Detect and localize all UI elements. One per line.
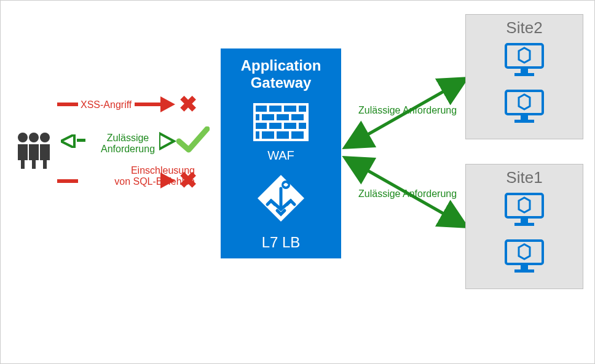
svg-rect-36: [514, 73, 534, 76]
svg-marker-4: [61, 134, 74, 148]
svg-point-0: [18, 133, 28, 142]
site1-title: Site1: [466, 168, 583, 187]
svg-rect-39: [514, 120, 534, 123]
svg-rect-35: [521, 69, 528, 73]
valid-response-label-line1: Zulässige: [107, 133, 149, 143]
valid-request-top-label: Zulässige Anforderung: [358, 105, 457, 116]
svg-marker-6: [160, 172, 175, 188]
gateway-title-line1: Application: [241, 57, 321, 74]
svg-rect-42: [514, 223, 534, 226]
diagram-canvas: XSS-Angriff ✖ Zulässige Anforderung Eins…: [0, 0, 595, 364]
svg-rect-44: [521, 265, 528, 269]
site2-panel: Site2: [465, 14, 583, 139]
svg-point-1: [29, 133, 39, 142]
xss-block-icon: ✖: [179, 91, 197, 117]
checkmark-icon: [176, 126, 210, 153]
vm-monitor-icon: [504, 192, 545, 228]
valid-response-arrowhead-icon: [61, 134, 77, 148]
sql-block-icon: ✖: [179, 168, 197, 193]
users-icon: [12, 131, 56, 171]
waf-label: WAF: [221, 149, 341, 163]
xss-arrowhead-icon: [160, 96, 179, 112]
firewall-icon: [253, 103, 309, 144]
valid-request-bottom-label: Zulässige Anforderung: [358, 188, 457, 199]
load-balancer-icon: [256, 174, 305, 225]
valid-response-arrowhead2-icon: [159, 132, 178, 150]
xss-dash-2: [135, 103, 162, 106]
vm-monitor-icon: [504, 89, 545, 125]
xss-attack-label: XSS-Angriff: [81, 99, 132, 110]
gateway-title: Application Gateway: [221, 48, 341, 91]
gateway-title-line2: Gateway: [251, 74, 312, 91]
svg-point-2: [40, 133, 50, 142]
site1-panel: Site1: [465, 164, 583, 289]
svg-marker-5: [159, 133, 174, 149]
svg-marker-3: [160, 96, 175, 112]
svg-rect-41: [521, 219, 528, 223]
sql-arrowhead-icon: [160, 172, 179, 188]
l7-lb-label: L7 LB: [221, 234, 341, 251]
application-gateway-box: Application Gateway: [221, 48, 341, 258]
svg-rect-38: [521, 115, 528, 120]
svg-rect-45: [514, 269, 534, 273]
site2-title: Site2: [466, 18, 583, 37]
vm-monitor-icon: [504, 42, 545, 78]
valid-response-label-line2: Anforderung: [101, 144, 155, 154]
xss-dash-1: [57, 103, 78, 106]
vm-monitor-icon: [504, 239, 545, 274]
sql-dash-1: [57, 179, 78, 183]
